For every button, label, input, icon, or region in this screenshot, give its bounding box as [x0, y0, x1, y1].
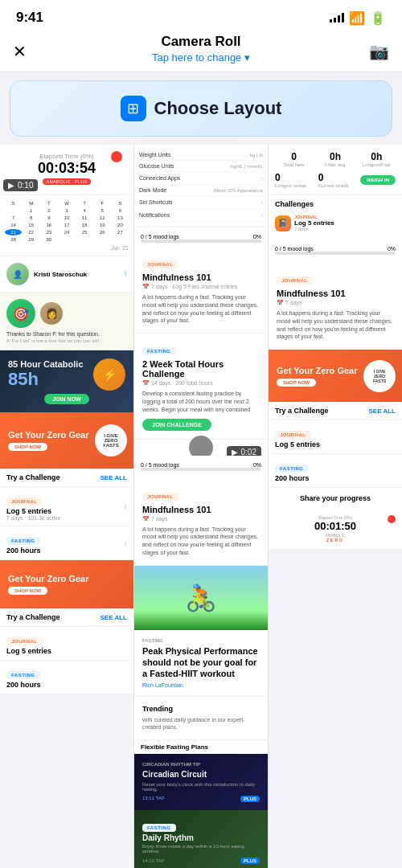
timer-right-card: Elapsed Time (0%) 00:01:50 ANABOLIC ZERO [269, 509, 402, 549]
fasting-title-2: 200 hours [6, 681, 127, 689]
sharon-avatar: 👩 [40, 302, 63, 325]
challenges-label: Challenges [275, 200, 396, 208]
choose-layout-banner[interactable]: ⊞ Choose Layout [10, 80, 392, 137]
try-challenge-3: Try a Challenge SEE ALL [269, 402, 402, 420]
timer-right-value: 00:01:50 [275, 520, 396, 532]
zero-gear-right: Get Your Zero Gear SHOP NOW I GIVEZEROFA… [269, 350, 402, 402]
settings-row-notif: Notifications › [139, 209, 263, 222]
mindfulness-body-3: A lot happens during a fast. Tracking yo… [277, 309, 394, 341]
chevron-right-icon-1: › [124, 501, 127, 512]
settings-row-darkmode: Dark Mode Mimic iOS Appearance [139, 185, 263, 196]
timer-dot [111, 151, 122, 162]
mood-pct-2: 0% [253, 462, 261, 468]
mosaic-col-3: 0 Total Nets 0h 7-fast avg. 0h Longest/F… [269, 145, 402, 868]
fasting-title-1: 200 hours [6, 547, 41, 555]
fasting-tag-2: FASTING [6, 671, 40, 679]
choose-layout-text: Choose Layout [154, 98, 282, 119]
mindfulness-type-3: JOURNAL [277, 276, 313, 285]
mindfulness-title-1: Mindfulness 101 [142, 272, 260, 282]
zero-gear-banner-2: Get Your Zero Gear SHOP NOW [0, 560, 133, 608]
mood-label-2: 0 / 5 mood logs [141, 462, 179, 468]
mood-card-3: 0 / 5 mood logs 0% [269, 240, 402, 263]
two-week-challenge-card: FASTING 2 Week Total Hours Challenge 📅 1… [134, 334, 268, 439]
chevron-notif-icon: › [260, 211, 263, 219]
video-time-1: 0:10 [18, 181, 33, 190]
try-challenge-label-3: Try a Challenge [275, 407, 329, 415]
mindfulness-title-3: Mindfulness 101 [277, 289, 394, 298]
timer-badge-1: ANABOLIC · PLUS [43, 178, 90, 185]
challenge-journal-days: 7 days [294, 227, 334, 231]
fasting-row-1: FASTING 200 hours › [0, 526, 133, 560]
mindfulness-body-1: A lot happens during a fast. Tracking yo… [142, 293, 260, 325]
journal-meta-1: 7 days · 101.3k active [6, 515, 61, 521]
fasting-type-3: FASTING [275, 465, 309, 473]
zero-gear-banner-1: Get Your Zero Gear SHOP NOW I GIVEZEROFA… [0, 412, 133, 469]
close-button[interactable]: ✕ [13, 42, 27, 61]
video-icon: ▶ [8, 181, 14, 190]
mosaic-col-1: Elapsed Time (0%) 00:03:54 ANABOLIC · PL… [0, 145, 134, 868]
zero-gear-shop-btn-right[interactable]: SHOP NOW [277, 379, 316, 387]
weigh-in-button[interactable]: WEIGH IN [360, 175, 396, 185]
trending-label: Trending [142, 705, 260, 713]
settings-row-glucose: Glucose Units mg/dL | mmol/L [139, 161, 263, 172]
mood-card-1: 0 / 5 mood logs 0% [134, 227, 268, 251]
chevron-siri-icon: › [260, 199, 263, 206]
calendar-month: Jun '21 [5, 245, 129, 251]
catabolic-icon: ⚡ [93, 358, 125, 391]
challenge-type-1: FASTING [142, 347, 176, 355]
settings-row-apps: Connected Apps › [139, 172, 263, 185]
camera-icon[interactable]: 📷 [369, 42, 389, 61]
stat-longest-streak: 0 Longest streak [275, 172, 306, 188]
signal-icon [330, 13, 344, 23]
zero-gear-sign-right: I GIVEZEROFASTS [363, 360, 396, 392]
person-card: 👤 Kristi Staroschuk ↑ [0, 256, 133, 293]
mindfulness-card-2: JOURNAL Mindfulness 101 📅 7 days A lot h… [134, 479, 268, 566]
see-all-2[interactable]: SEE ALL [100, 614, 127, 621]
settings-row-siri: Siri Shortcuts › [139, 196, 263, 209]
catabolic-card: 85 Hour Catabolic 85h ⚡ JOIN NOW [0, 350, 133, 412]
screenshots-mosaic: Elapsed Time (0%) 00:03:54 ANABOLIC · PL… [0, 145, 402, 868]
trending-card: Trending with curated daily guidance in … [134, 696, 268, 740]
status-time: 9:41 [16, 10, 43, 26]
journal-row-2: JOURNAL Log 5 entries [0, 627, 133, 661]
peak-title: Peak Physical Performance should not be … [142, 645, 260, 680]
fasting-tag-1: FASTING [6, 537, 40, 545]
join-challenge-btn[interactable]: JOIN CHALLENGE [142, 419, 211, 431]
daily-footer: 14:10 TAP PLUS [142, 856, 260, 864]
challenges-section: Challenges 📓 JOURNAL Log 5 entries 7 day… [269, 194, 402, 240]
stat-current-streak: 0 Current streak [318, 172, 349, 188]
mood-label-1: 0 / 5 mood logs [141, 234, 179, 240]
person-avatar: 👤 [6, 263, 29, 285]
target-icon: 🎯 [6, 299, 35, 328]
circadian-title: Circadian Circuit [142, 769, 260, 780]
stats-grid: 0 Total Nets 0h 7-fast avg. 0h Longest/F… [275, 151, 396, 167]
stat-fast-avg: 0h 7-fast avg. [316, 151, 354, 167]
chevron-right-icon-2: › [124, 538, 127, 549]
catabolic-join-button[interactable]: JOIN NOW [44, 394, 88, 404]
chevron-apps-icon: › [260, 174, 263, 182]
mood-bar-2 [141, 468, 261, 471]
try-challenge-1: Try a Challenge SEE ALL [0, 469, 133, 487]
timer-card-1: Elapsed Time (0%) 00:03:54 ANABOLIC · PL… [0, 145, 133, 195]
wifi-icon: 📶 [349, 10, 365, 26]
zero-gear-shop-btn-1[interactable]: SHOP NOW [8, 443, 47, 451]
target-note: A 'Fat Fast' is not a true fast as you c… [6, 338, 127, 343]
header-title: Camera Roll [0, 34, 402, 50]
challenge-journal-title: Log 5 entries [294, 219, 334, 227]
see-all-1[interactable]: SEE ALL [100, 474, 127, 481]
share-progress-card: Share your progress [269, 488, 402, 509]
peak-tag: FASTING [142, 638, 260, 643]
see-all-3[interactable]: SEE ALL [369, 407, 396, 415]
circadian-card: CIRCADIAN RHYTHM TIP Circadian Circuit R… [134, 754, 268, 810]
header-subtitle[interactable]: Tap here to change ▾ [0, 51, 402, 63]
journal-title-2: Log 5 entries [6, 647, 127, 655]
journal-tag-1: JOURNAL [6, 497, 43, 506]
journal-entry-3: JOURNAL Log 5 entries [269, 420, 402, 454]
zero-gear-shop-btn-2[interactable]: SHOP NOW [8, 587, 47, 595]
mood-pct-1: 0% [253, 234, 261, 240]
cyclist-emoji: 🚴 [185, 583, 217, 613]
challenge-body-1: Develop a consistent fasting practice by… [142, 390, 260, 413]
journal-tag-2: JOURNAL [6, 637, 43, 645]
circadian-time: 13:11 TAP [142, 796, 165, 800]
circadian-plus-badge: PLUS [240, 796, 260, 802]
